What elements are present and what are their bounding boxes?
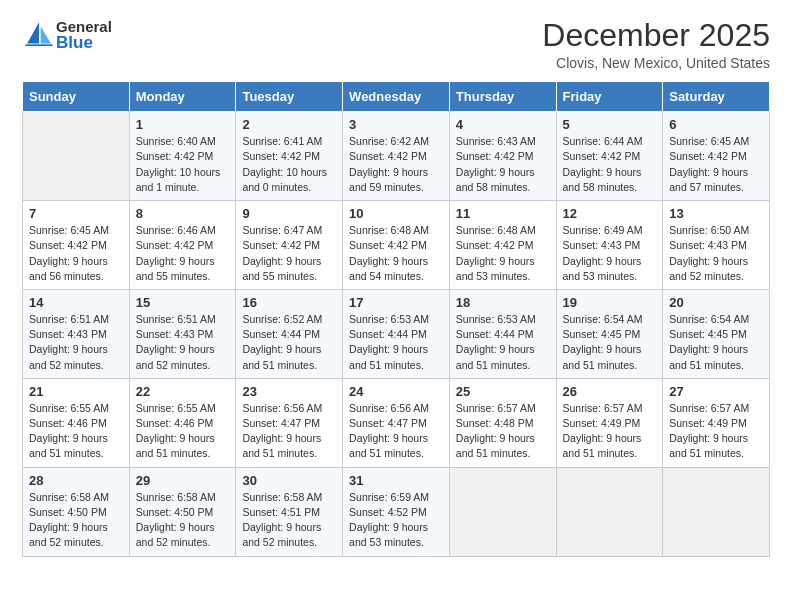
day-number: 9 (242, 206, 336, 221)
week-row-5: 28Sunrise: 6:58 AMSunset: 4:50 PMDayligh… (23, 467, 770, 556)
day-cell: 4Sunrise: 6:43 AMSunset: 4:42 PMDaylight… (449, 112, 556, 201)
header-row: SundayMondayTuesdayWednesdayThursdayFrid… (23, 82, 770, 112)
day-cell: 11Sunrise: 6:48 AMSunset: 4:42 PMDayligh… (449, 201, 556, 290)
week-row-1: 1Sunrise: 6:40 AMSunset: 4:42 PMDaylight… (23, 112, 770, 201)
day-number: 19 (563, 295, 657, 310)
header-cell-wednesday: Wednesday (343, 82, 450, 112)
day-detail: Sunrise: 6:40 AMSunset: 4:42 PMDaylight:… (136, 134, 230, 195)
day-cell: 9Sunrise: 6:47 AMSunset: 4:42 PMDaylight… (236, 201, 343, 290)
header-cell-sunday: Sunday (23, 82, 130, 112)
day-number: 15 (136, 295, 230, 310)
day-cell: 30Sunrise: 6:58 AMSunset: 4:51 PMDayligh… (236, 467, 343, 556)
day-detail: Sunrise: 6:57 AMSunset: 4:49 PMDaylight:… (563, 401, 657, 462)
day-cell: 14Sunrise: 6:51 AMSunset: 4:43 PMDayligh… (23, 289, 130, 378)
day-detail: Sunrise: 6:56 AMSunset: 4:47 PMDaylight:… (349, 401, 443, 462)
day-cell (663, 467, 770, 556)
day-number: 10 (349, 206, 443, 221)
logo-label: General Blue (56, 19, 112, 51)
day-cell: 16Sunrise: 6:52 AMSunset: 4:44 PMDayligh… (236, 289, 343, 378)
day-detail: Sunrise: 6:53 AMSunset: 4:44 PMDaylight:… (349, 312, 443, 373)
month-title: December 2025 (542, 18, 770, 53)
week-row-3: 14Sunrise: 6:51 AMSunset: 4:43 PMDayligh… (23, 289, 770, 378)
day-detail: Sunrise: 6:58 AMSunset: 4:50 PMDaylight:… (136, 490, 230, 551)
day-number: 5 (563, 117, 657, 132)
day-number: 22 (136, 384, 230, 399)
day-detail: Sunrise: 6:41 AMSunset: 4:42 PMDaylight:… (242, 134, 336, 195)
day-number: 24 (349, 384, 443, 399)
day-detail: Sunrise: 6:57 AMSunset: 4:48 PMDaylight:… (456, 401, 550, 462)
day-number: 23 (242, 384, 336, 399)
day-cell: 23Sunrise: 6:56 AMSunset: 4:47 PMDayligh… (236, 378, 343, 467)
day-number: 1 (136, 117, 230, 132)
day-number: 21 (29, 384, 123, 399)
day-detail: Sunrise: 6:42 AMSunset: 4:42 PMDaylight:… (349, 134, 443, 195)
day-cell: 22Sunrise: 6:55 AMSunset: 4:46 PMDayligh… (129, 378, 236, 467)
header-cell-saturday: Saturday (663, 82, 770, 112)
day-cell: 21Sunrise: 6:55 AMSunset: 4:46 PMDayligh… (23, 378, 130, 467)
day-cell: 15Sunrise: 6:51 AMSunset: 4:43 PMDayligh… (129, 289, 236, 378)
day-number: 31 (349, 473, 443, 488)
day-detail: Sunrise: 6:59 AMSunset: 4:52 PMDaylight:… (349, 490, 443, 551)
logo-blue-text: Blue (56, 34, 112, 51)
header-cell-tuesday: Tuesday (236, 82, 343, 112)
day-cell: 26Sunrise: 6:57 AMSunset: 4:49 PMDayligh… (556, 378, 663, 467)
day-cell: 28Sunrise: 6:58 AMSunset: 4:50 PMDayligh… (23, 467, 130, 556)
page: General Blue December 2025 Clovis, New M… (0, 0, 792, 612)
day-cell (449, 467, 556, 556)
calendar-table: SundayMondayTuesdayWednesdayThursdayFrid… (22, 81, 770, 556)
day-number: 12 (563, 206, 657, 221)
day-cell: 6Sunrise: 6:45 AMSunset: 4:42 PMDaylight… (663, 112, 770, 201)
header-cell-friday: Friday (556, 82, 663, 112)
day-cell (556, 467, 663, 556)
day-number: 11 (456, 206, 550, 221)
week-row-2: 7Sunrise: 6:45 AMSunset: 4:42 PMDaylight… (23, 201, 770, 290)
location: Clovis, New Mexico, United States (542, 55, 770, 71)
day-detail: Sunrise: 6:43 AMSunset: 4:42 PMDaylight:… (456, 134, 550, 195)
day-detail: Sunrise: 6:56 AMSunset: 4:47 PMDaylight:… (242, 401, 336, 462)
day-number: 20 (669, 295, 763, 310)
day-detail: Sunrise: 6:58 AMSunset: 4:50 PMDaylight:… (29, 490, 123, 551)
day-detail: Sunrise: 6:53 AMSunset: 4:44 PMDaylight:… (456, 312, 550, 373)
svg-marker-0 (27, 22, 39, 43)
logo: General Blue (22, 18, 112, 52)
day-number: 27 (669, 384, 763, 399)
day-cell: 2Sunrise: 6:41 AMSunset: 4:42 PMDaylight… (236, 112, 343, 201)
day-detail: Sunrise: 6:47 AMSunset: 4:42 PMDaylight:… (242, 223, 336, 284)
day-cell: 5Sunrise: 6:44 AMSunset: 4:42 PMDaylight… (556, 112, 663, 201)
day-detail: Sunrise: 6:54 AMSunset: 4:45 PMDaylight:… (563, 312, 657, 373)
day-cell: 25Sunrise: 6:57 AMSunset: 4:48 PMDayligh… (449, 378, 556, 467)
day-number: 13 (669, 206, 763, 221)
day-detail: Sunrise: 6:51 AMSunset: 4:43 PMDaylight:… (136, 312, 230, 373)
day-number: 14 (29, 295, 123, 310)
day-detail: Sunrise: 6:55 AMSunset: 4:46 PMDaylight:… (136, 401, 230, 462)
day-detail: Sunrise: 6:55 AMSunset: 4:46 PMDaylight:… (29, 401, 123, 462)
day-detail: Sunrise: 6:45 AMSunset: 4:42 PMDaylight:… (29, 223, 123, 284)
svg-marker-1 (41, 27, 51, 44)
day-detail: Sunrise: 6:48 AMSunset: 4:42 PMDaylight:… (456, 223, 550, 284)
day-cell: 12Sunrise: 6:49 AMSunset: 4:43 PMDayligh… (556, 201, 663, 290)
header-cell-thursday: Thursday (449, 82, 556, 112)
day-detail: Sunrise: 6:54 AMSunset: 4:45 PMDaylight:… (669, 312, 763, 373)
day-detail: Sunrise: 6:46 AMSunset: 4:42 PMDaylight:… (136, 223, 230, 284)
day-cell: 31Sunrise: 6:59 AMSunset: 4:52 PMDayligh… (343, 467, 450, 556)
day-detail: Sunrise: 6:50 AMSunset: 4:43 PMDaylight:… (669, 223, 763, 284)
day-cell: 10Sunrise: 6:48 AMSunset: 4:42 PMDayligh… (343, 201, 450, 290)
day-cell: 17Sunrise: 6:53 AMSunset: 4:44 PMDayligh… (343, 289, 450, 378)
day-cell: 18Sunrise: 6:53 AMSunset: 4:44 PMDayligh… (449, 289, 556, 378)
day-detail: Sunrise: 6:49 AMSunset: 4:43 PMDaylight:… (563, 223, 657, 284)
day-number: 3 (349, 117, 443, 132)
day-cell (23, 112, 130, 201)
day-cell: 27Sunrise: 6:57 AMSunset: 4:49 PMDayligh… (663, 378, 770, 467)
day-detail: Sunrise: 6:45 AMSunset: 4:42 PMDaylight:… (669, 134, 763, 195)
day-detail: Sunrise: 6:44 AMSunset: 4:42 PMDaylight:… (563, 134, 657, 195)
day-cell: 19Sunrise: 6:54 AMSunset: 4:45 PMDayligh… (556, 289, 663, 378)
header: General Blue December 2025 Clovis, New M… (22, 18, 770, 71)
day-number: 18 (456, 295, 550, 310)
header-cell-monday: Monday (129, 82, 236, 112)
day-cell: 20Sunrise: 6:54 AMSunset: 4:45 PMDayligh… (663, 289, 770, 378)
day-number: 26 (563, 384, 657, 399)
day-number: 7 (29, 206, 123, 221)
day-number: 8 (136, 206, 230, 221)
day-detail: Sunrise: 6:48 AMSunset: 4:42 PMDaylight:… (349, 223, 443, 284)
day-number: 29 (136, 473, 230, 488)
